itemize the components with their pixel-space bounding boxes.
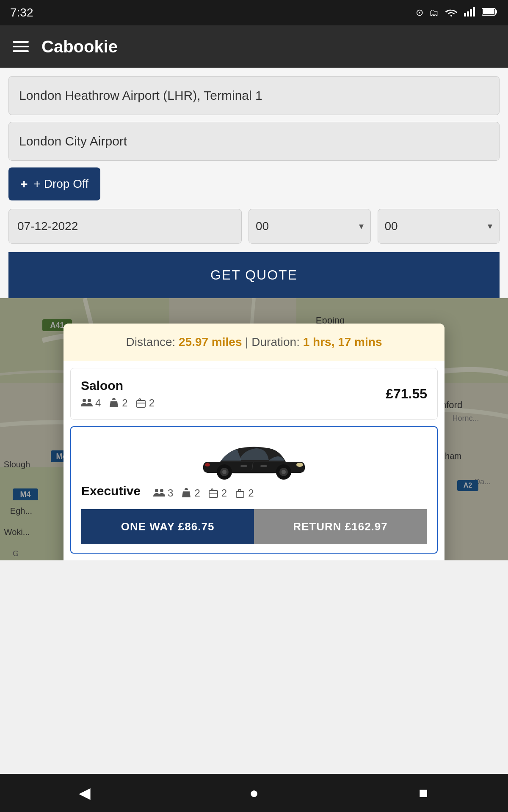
app-title: Cabookie [41, 37, 118, 56]
datetime-row: 07-12-2022 00 ▾ 00 ▾ [8, 209, 500, 244]
svg-rect-1 [467, 11, 469, 16]
svg-rect-2 [470, 9, 472, 16]
vehicle-saloon-info: Saloon 4 2 2 [81, 379, 386, 409]
distance-value: 25.97 miles [179, 335, 242, 348]
status-bar: 7:32 ⊙ 🗂 [0, 0, 508, 25]
app-header: Cabookie [0, 25, 508, 68]
modal-overlay: Distance: 25.97 miles | Duration: 1 hrs,… [0, 298, 508, 560]
svg-rect-70 [209, 491, 218, 497]
executive-icons: Executive 3 2 2 [81, 484, 427, 502]
svg-point-69 [160, 489, 163, 492]
vehicle-option-saloon[interactable]: Saloon 4 2 2 [70, 368, 438, 420]
svg-rect-3 [473, 7, 475, 16]
menu-button[interactable] [13, 41, 29, 52]
chevron-down-icon: ▾ [488, 221, 492, 232]
executive-info: Executive 3 2 2 [71, 484, 437, 553]
svg-point-68 [155, 489, 158, 492]
executive-handbags: 2 [181, 487, 200, 499]
hour-select[interactable]: 00 ▾ [248, 209, 371, 244]
sim-icon: ⊙ [416, 7, 423, 18]
one-way-button[interactable]: ONE WAY £86.75 [81, 509, 254, 544]
return-button[interactable]: RETURN £162.97 [254, 509, 427, 544]
recent-button[interactable]: ■ [406, 776, 440, 810]
chevron-down-icon: ▾ [359, 221, 364, 232]
time-display: 7:32 [10, 6, 33, 19]
saloon-passengers: 4 [81, 397, 101, 409]
svg-rect-66 [260, 465, 267, 467]
signal-icon [464, 6, 476, 19]
saloon-largebags: 2 [135, 397, 155, 409]
pickup-input[interactable]: London Heathrow Airport (LHR), Terminal … [8, 76, 500, 115]
executive-smallbags: 2 [235, 487, 254, 499]
get-quote-button[interactable]: GET QUOTE [8, 252, 500, 298]
plus-icon: + [20, 177, 28, 191]
saloon-name: Saloon [81, 379, 386, 393]
status-bar-left: 7:32 [10, 6, 33, 19]
executive-buttons: ONE WAY £86.75 RETURN £162.97 [81, 509, 427, 544]
distance-banner: Distance: 25.97 miles | Duration: 1 hrs,… [64, 324, 444, 361]
wallet-icon: 🗂 [429, 7, 439, 18]
battery-icon [482, 6, 498, 19]
svg-rect-53 [137, 401, 145, 407]
quote-modal: Distance: 25.97 miles | Duration: 1 hrs,… [64, 324, 444, 560]
home-button[interactable]: ● [237, 776, 271, 810]
svg-point-59 [222, 470, 226, 474]
distance-label: Distance: [126, 335, 176, 348]
vehicle-option-executive[interactable]: Executive 3 2 2 [70, 426, 438, 554]
saloon-handbags: 2 [108, 397, 127, 409]
svg-point-64 [205, 463, 210, 466]
duration-separator: | Duration: [245, 335, 300, 348]
svg-rect-67 [240, 465, 247, 467]
bottom-nav: ◀ ● ■ [0, 774, 508, 812]
svg-rect-0 [464, 13, 466, 16]
minute-select[interactable]: 00 ▾ [378, 209, 500, 244]
saloon-price: £71.55 [386, 386, 427, 402]
wifi-icon [444, 6, 458, 19]
svg-point-62 [282, 470, 286, 474]
back-button[interactable]: ◀ [68, 776, 102, 810]
svg-rect-5 [495, 10, 497, 14]
svg-point-51 [88, 399, 91, 402]
main-content: London Heathrow Airport (LHR), Terminal … [0, 68, 508, 298]
executive-largebags: 2 [208, 487, 227, 499]
duration-value: 1 hrs, 17 mins [303, 335, 382, 348]
executive-name: Executive [81, 484, 141, 498]
status-bar-right: ⊙ 🗂 [416, 6, 498, 19]
dropoff-button[interactable]: + + Drop Off [8, 167, 100, 200]
svg-rect-6 [483, 9, 494, 14]
map-area: A41 M25 M25 A1(M) M1 Cheshunt Epping Wal… [0, 298, 508, 560]
svg-point-63 [296, 463, 303, 467]
executive-passengers: 3 [153, 487, 173, 499]
destination-input[interactable]: London City Airport [8, 122, 500, 161]
executive-car-image [71, 427, 437, 484]
svg-rect-72 [236, 491, 244, 497]
saloon-icons: 4 2 2 [81, 397, 386, 409]
svg-point-50 [83, 399, 86, 402]
date-input[interactable]: 07-12-2022 [8, 209, 242, 244]
